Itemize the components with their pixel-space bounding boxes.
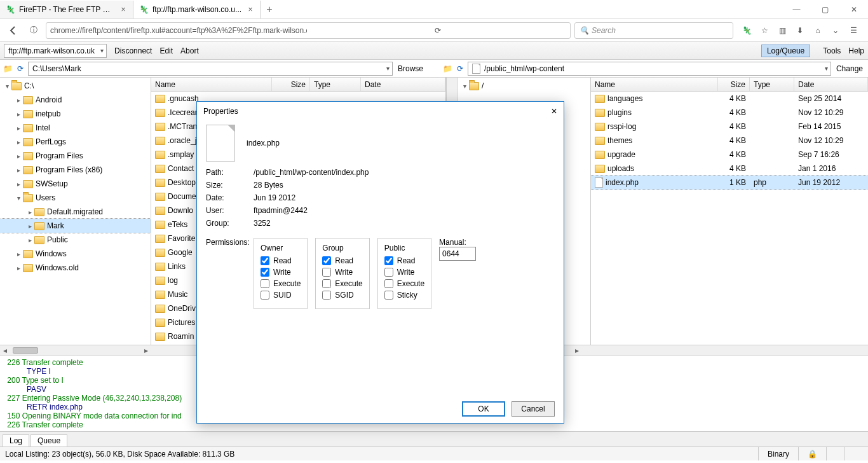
public-write-checkbox[interactable] <box>384 268 393 277</box>
home-icon[interactable]: ⌂ <box>812 25 824 36</box>
col-date[interactable]: Date <box>794 78 868 91</box>
tree-item[interactable]: ▸Intel <box>0 121 151 135</box>
col-type[interactable]: Type <box>310 78 361 91</box>
group-write-checkbox[interactable] <box>322 268 331 277</box>
search-input[interactable]: 🔍 Search <box>574 22 733 39</box>
ok-button[interactable]: OK <box>462 401 505 417</box>
local-path-input[interactable]: C:\Users\Mark <box>28 62 393 76</box>
remote-file-list[interactable]: languages4 KBSep 25 2014plugins4 KBNov 1… <box>591 92 868 345</box>
public-read-checkbox[interactable] <box>384 256 393 265</box>
tree-item[interactable]: ▸SWSetup <box>0 177 151 191</box>
local-directory-tree[interactable]: ▾C:\▸Android▸inetpub▸Intel▸PerfLogs▸Prog… <box>0 78 151 345</box>
disconnect-button[interactable]: Disconnect <box>114 46 152 55</box>
list-item[interactable]: uploads4 KBJan 1 2016 <box>591 162 868 176</box>
tree-item[interactable]: ▸Android <box>0 93 151 107</box>
pocket-icon[interactable]: ⌄ <box>830 25 841 36</box>
twisty-icon[interactable]: ▸ <box>14 167 23 174</box>
col-size[interactable]: Size <box>272 78 310 91</box>
twisty-icon[interactable]: ▸ <box>14 251 23 258</box>
twisty-icon[interactable]: ▸ <box>14 181 23 188</box>
twisty-icon[interactable]: ▸ <box>14 265 23 272</box>
tree-item[interactable]: ▾/ <box>458 79 590 93</box>
help-menu[interactable]: Help <box>848 46 864 55</box>
tree-item[interactable]: ▸Program Files <box>0 149 151 163</box>
twisty-icon[interactable]: ▸ <box>14 139 23 146</box>
tree-item[interactable]: ▾C:\ <box>0 79 151 93</box>
twisty-icon[interactable]: ▾ <box>14 195 23 202</box>
public-execute-checkbox[interactable] <box>384 279 393 288</box>
browse-button[interactable]: Browse <box>395 64 426 73</box>
downloads-icon[interactable]: ⬇ <box>794 25 806 36</box>
owner-read-checkbox[interactable] <box>261 256 269 265</box>
twisty-icon[interactable]: ▸ <box>14 111 23 118</box>
close-icon[interactable]: × <box>119 5 128 14</box>
owner-suid-checkbox[interactable] <box>261 291 269 300</box>
local-tree-scrollbar[interactable]: ◂▸ <box>0 345 151 355</box>
new-tab-button[interactable]: + <box>261 4 278 15</box>
list-item[interactable]: upgrade4 KBSep 7 16:26 <box>591 148 868 162</box>
col-size[interactable]: Size <box>718 78 750 91</box>
list-item[interactable]: index.php1 KBphpJun 19 2012 <box>591 176 868 190</box>
tree-item[interactable]: ▸Windows <box>0 247 151 261</box>
change-button[interactable]: Change <box>834 64 865 73</box>
minimize-button[interactable]: — <box>782 1 811 18</box>
library-icon[interactable]: ▥ <box>776 25 788 36</box>
tab-queue[interactable]: Queue <box>31 434 67 446</box>
refresh-icon[interactable]: ⟳ <box>455 64 465 74</box>
list-item[interactable]: plugins4 KBNov 12 10:29 <box>591 106 868 120</box>
tree-item[interactable]: ▸inetpub <box>0 107 151 121</box>
tree-item[interactable]: ▸PerfLogs <box>0 135 151 149</box>
manual-permissions-input[interactable] <box>439 247 476 261</box>
list-item[interactable]: languages4 KBSep 25 2014 <box>591 92 868 106</box>
cancel-button[interactable]: Cancel <box>512 401 555 417</box>
status-binary[interactable]: Binary <box>758 447 798 460</box>
log-queue-button[interactable]: Log/Queue <box>761 45 810 57</box>
col-name[interactable]: Name <box>591 78 718 91</box>
tab-log[interactable]: Log <box>3 434 29 446</box>
up-folder-icon[interactable]: 📁 <box>442 64 452 74</box>
tools-menu[interactable]: Tools <box>823 46 841 55</box>
twisty-icon[interactable]: ▸ <box>25 223 34 230</box>
up-folder-icon[interactable]: 📁 <box>3 64 13 74</box>
owner-write-checkbox[interactable] <box>261 268 269 277</box>
abort-button[interactable]: Abort <box>180 46 199 55</box>
remote-path-input[interactable]: /public_html/wp-content <box>468 62 831 76</box>
twisty-icon[interactable]: ▸ <box>25 209 34 216</box>
col-type[interactable]: Type <box>750 78 794 91</box>
menu-icon[interactable]: ☰ <box>848 25 859 36</box>
url-input[interactable]: chrome://fireftp/content/fireftp.xul#acc… <box>46 22 571 39</box>
maximize-button[interactable]: ▢ <box>811 1 839 18</box>
list-item[interactable]: themes4 KBNov 12 10:29 <box>591 134 868 148</box>
group-read-checkbox[interactable] <box>322 256 331 265</box>
twisty-icon[interactable]: ▸ <box>14 153 23 160</box>
tree-item[interactable]: ▸Program Files (x86) <box>0 163 151 177</box>
public-sticky-checkbox[interactable] <box>384 291 393 300</box>
tree-item[interactable]: ▾Users <box>0 191 151 205</box>
twisty-icon[interactable]: ▸ <box>14 125 23 132</box>
owner-execute-checkbox[interactable] <box>261 279 269 288</box>
group-execute-checkbox[interactable] <box>322 279 331 288</box>
remote-list-scrollbar[interactable] <box>582 345 868 355</box>
fireftp-toolbar-icon[interactable]: 🦎 <box>741 25 752 36</box>
tree-item[interactable]: ▸Default.migrated <box>0 205 151 219</box>
info-icon[interactable]: ⓘ <box>25 22 42 39</box>
col-date[interactable]: Date <box>361 78 445 91</box>
account-select[interactable]: ftp://ftp.mark-wilson.co.uk <box>4 44 107 58</box>
browser-tab[interactable]: 🦎 FireFTP - The Free FTP Cli... × <box>0 1 133 18</box>
back-button[interactable] <box>5 22 22 39</box>
browser-tab[interactable]: 🦎 ftp://ftp.mark-wilson.co.u... × <box>133 1 261 18</box>
tree-item[interactable]: ▸Windows.old <box>0 261 151 275</box>
refresh-icon[interactable]: ⟳ <box>15 64 25 74</box>
tree-item[interactable]: ▸Public <box>0 233 151 247</box>
edit-menu[interactable]: Edit <box>159 46 173 55</box>
twisty-icon[interactable]: ▾ <box>460 83 469 90</box>
twisty-icon[interactable]: ▾ <box>3 83 11 90</box>
list-item[interactable]: rsspi-log4 KBFeb 14 2015 <box>591 120 868 134</box>
dialog-close-button[interactable]: ✕ <box>551 107 557 116</box>
close-window-button[interactable]: ✕ <box>839 1 868 18</box>
twisty-icon[interactable]: ▸ <box>14 97 23 104</box>
col-name[interactable]: Name <box>151 78 272 91</box>
tree-item[interactable]: ▸Mark <box>0 219 151 233</box>
twisty-icon[interactable]: ▸ <box>25 237 34 244</box>
close-icon[interactable]: × <box>246 5 255 14</box>
